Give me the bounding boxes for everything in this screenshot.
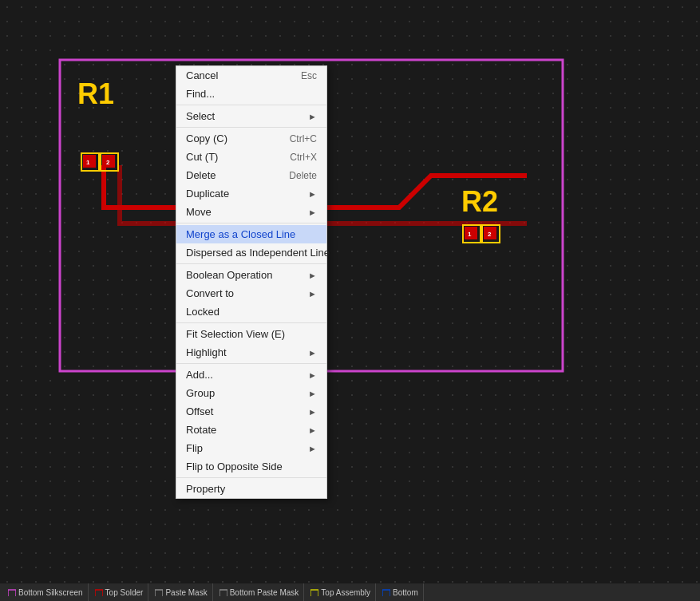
menu-item-select-arrow: ► (308, 112, 317, 121)
separator-4 (176, 263, 326, 264)
menu-item-cancel-label: Cancel (186, 69, 218, 81)
menu-item-add-label: Add... (186, 369, 213, 381)
svg-rect-10 (463, 225, 481, 243)
status-top-assembly[interactable]: Top Assembly (306, 583, 376, 601)
svg-text:R1: R1 (77, 77, 114, 110)
separator-6 (176, 363, 326, 364)
menu-item-boolean-label: Boolean Operation (186, 269, 272, 281)
menu-item-duplicate-label: Duplicate (186, 188, 229, 200)
menu-item-highlight[interactable]: Highlight ► (176, 343, 326, 362)
svg-text:1: 1 (468, 231, 472, 238)
menu-item-convert-arrow: ► (308, 289, 317, 299)
menu-item-cut-shortcut: Ctrl+X (290, 152, 317, 163)
menu-item-boolean[interactable]: Boolean Operation ► (176, 266, 326, 284)
menu-item-add[interactable]: Add... ► (176, 366, 326, 384)
menu-item-cut[interactable]: Cut (T) Ctrl+X (176, 148, 326, 166)
status-bottom-paste-mask[interactable]: Bottom Paste Mask (215, 583, 305, 601)
status-label-bottom-paste-mask: Bottom Paste Mask (230, 588, 299, 597)
menu-item-rotate-arrow: ► (308, 425, 317, 435)
status-label-paste-mask: Paste Mask (165, 588, 207, 597)
status-paste-mask[interactable]: Paste Mask (150, 583, 212, 601)
separator-2 (176, 127, 326, 128)
menu-item-boolean-arrow: ► (308, 271, 317, 280)
menu-item-find-label: Find... (186, 88, 215, 100)
menu-item-cancel-shortcut: Esc (301, 70, 317, 81)
menu-item-rotate[interactable]: Rotate ► (176, 421, 326, 439)
status-dot-bottom (382, 588, 390, 596)
menu-item-locked-label: Locked (186, 306, 219, 318)
svg-text:1: 1 (86, 159, 90, 166)
menu-item-convert[interactable]: Convert to ► (176, 284, 326, 302)
menu-item-delete-shortcut: Delete (289, 170, 317, 181)
menu-item-dispersed-label: Dispersed as Independent Line (186, 247, 330, 259)
menu-item-merge-closed[interactable]: Merge as a Closed Line (176, 225, 326, 243)
menu-item-flip-opposite-label: Flip to Opposite Side (186, 461, 283, 472)
menu-item-offset[interactable]: Offset ► (176, 402, 326, 421)
status-label-top-solder: Top Solder (105, 588, 144, 597)
svg-rect-2 (81, 153, 99, 171)
menu-item-convert-label: Convert to (186, 287, 234, 299)
svg-rect-22 (382, 590, 390, 596)
svg-rect-6 (101, 153, 118, 171)
menu-item-highlight-label: Highlight (186, 346, 227, 358)
svg-rect-4 (83, 155, 96, 168)
menu-item-group-arrow: ► (308, 389, 317, 398)
menu-item-select[interactable]: Select ► (176, 107, 326, 125)
menu-item-group[interactable]: Group ► (176, 384, 326, 402)
menu-item-offset-label: Offset (186, 405, 213, 417)
menu-item-find[interactable]: Find... (176, 85, 326, 103)
menu-item-rotate-label: Rotate (186, 424, 216, 436)
separator-5 (176, 322, 326, 323)
status-label-bottom-silkscreen: Bottom Silkscreen (18, 588, 83, 597)
menu-item-delete[interactable]: Delete Delete (176, 166, 326, 184)
menu-item-flip-opposite[interactable]: Flip to Opposite Side (176, 457, 326, 476)
menu-item-offset-arrow: ► (308, 407, 317, 417)
menu-item-copy-label: Copy (C) (186, 132, 227, 144)
menu-item-move-label: Move (186, 206, 212, 218)
status-label-bottom: Bottom (393, 588, 418, 597)
menu-item-cancel[interactable]: Cancel Esc (176, 66, 326, 85)
menu-item-duplicate[interactable]: Duplicate ► (176, 184, 326, 203)
svg-rect-18 (95, 590, 103, 596)
status-dot-top-assembly (310, 588, 318, 596)
menu-item-duplicate-arrow: ► (308, 189, 317, 199)
menu-item-fit-selection[interactable]: Fit Selection View (E) (176, 325, 326, 343)
status-dot-paste-mask (155, 588, 163, 596)
menu-item-move[interactable]: Move ► (176, 203, 326, 221)
menu-item-highlight-arrow: ► (308, 348, 317, 358)
status-top-solder[interactable]: Top Solder (90, 583, 149, 601)
status-dot-top-solder (95, 588, 103, 596)
menu-item-dispersed[interactable]: Dispersed as Independent Line (176, 243, 326, 262)
svg-rect-13 (482, 225, 500, 243)
svg-rect-21 (310, 590, 318, 596)
menu-item-copy[interactable]: Copy (C) Ctrl+C (176, 129, 326, 148)
status-dot-bottom-paste-mask (219, 588, 227, 596)
menu-item-add-arrow: ► (308, 370, 317, 380)
menu-item-merge-closed-label: Merge as a Closed Line (186, 228, 295, 240)
traces-svg: R1 1 2 R2 1 2 (0, 0, 700, 601)
status-bottom[interactable]: Bottom (378, 583, 424, 601)
svg-text:2: 2 (106, 159, 110, 166)
pcb-canvas[interactable]: R1 1 2 R2 1 2 (0, 0, 700, 601)
menu-item-property[interactable]: Property (176, 480, 326, 498)
svg-rect-3 (81, 153, 99, 171)
menu-item-select-label: Select (186, 110, 215, 122)
menu-item-flip-label: Flip (186, 442, 203, 454)
status-bottom-silkscreen[interactable]: Bottom Silkscreen (3, 583, 89, 601)
svg-rect-7 (102, 155, 115, 168)
svg-rect-17 (8, 590, 16, 596)
menu-item-move-arrow: ► (308, 208, 317, 217)
separator-3 (176, 223, 326, 223)
context-menu: Cancel Esc Find... Select ► Copy (C) Ctr… (176, 65, 327, 499)
svg-rect-14 (484, 227, 496, 239)
menu-item-flip[interactable]: Flip ► (176, 439, 326, 457)
svg-text:2: 2 (488, 231, 492, 238)
menu-item-delete-label: Delete (186, 169, 216, 181)
menu-item-flip-arrow: ► (308, 444, 317, 453)
separator-7 (176, 477, 326, 478)
svg-rect-11 (465, 227, 477, 239)
menu-item-locked[interactable]: Locked (176, 302, 326, 321)
svg-text:R2: R2 (461, 185, 498, 218)
status-bar: Bottom Silkscreen Top Solder Paste Mask … (0, 583, 700, 601)
menu-item-property-label: Property (186, 483, 225, 495)
